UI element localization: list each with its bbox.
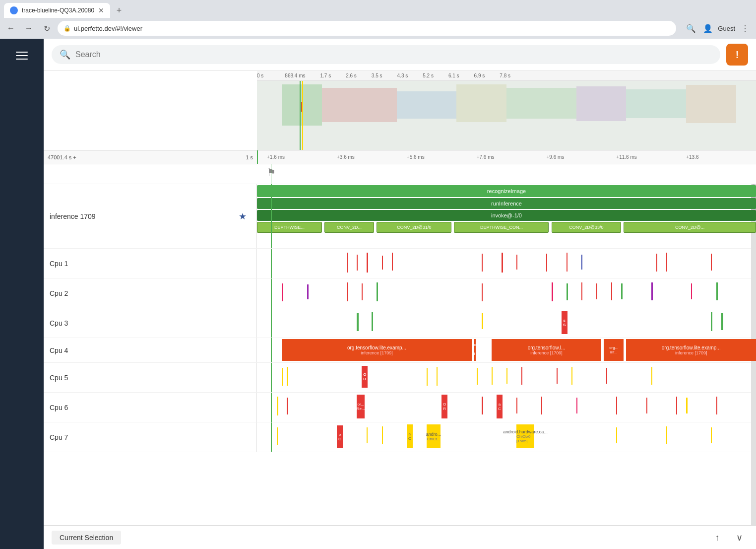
ruler-tick-0: +1.6 ms — [267, 154, 285, 160]
bottom-actions: ↑ ∨ — [708, 529, 748, 547]
cpu2-bar-10 — [596, 283, 597, 299]
cpu1-bar-14 — [711, 254, 712, 271]
cpu2-bar-13 — [651, 282, 653, 300]
ruler-tick-4: +9.6 ms — [546, 154, 564, 160]
span-conv2d-31[interactable]: CONV_2D@31/0 — [377, 222, 451, 233]
cpu4-tf-span-1[interactable]: org.tensorflow.lite.examp... inference [… — [282, 339, 471, 361]
inference-track-content[interactable]: recognizeImage runInference invoke@-1/0 … — [257, 184, 756, 248]
forward-button[interactable]: → — [22, 21, 36, 35]
span-depthwise-con[interactable]: DEPTHWISE_CON... — [454, 222, 549, 233]
track-row-cpu1: Cpu 1 — [44, 249, 756, 278]
zoom-button[interactable]: 🔍 — [684, 21, 698, 35]
cpu2-cursor — [271, 278, 272, 308]
timeline-container: 0 s 868.4 ms 1.7 s 2.6 s 3.5 s 4.3 s 5.2… — [44, 71, 756, 525]
bottom-bar: Current Selection ↑ ∨ — [44, 525, 756, 549]
span-recognizeImage[interactable]: recognizeImage — [257, 185, 756, 197]
cpu7-andro-block[interactable]: andro... ChiCt... — [427, 424, 441, 448]
cpu5-bar-7 — [506, 368, 507, 384]
browser-chrome: trace-blueline-QQ3A.20080 ✕ + ← → ↻ 🔒 ui… — [0, 0, 756, 39]
cpu7-a-block[interactable]: a C — [407, 424, 413, 448]
main-content: 🔍 ! 0 s 868.4 m — [44, 39, 756, 549]
tab-close-button[interactable]: ✕ — [98, 6, 104, 14]
cpu2-bar-1 — [282, 283, 283, 301]
cpu6-bar-7 — [616, 397, 617, 414]
notification-button[interactable]: ! — [726, 44, 748, 66]
minimap-canvas[interactable]: 0 s 868.4 ms 1.7 s 2.6 s 3.5 s 4.3 s 5.2… — [257, 71, 756, 150]
cpu1-bar-7 — [502, 253, 503, 273]
ruler-right-label: 1 s — [246, 154, 253, 160]
time-label-7: 6.1 s — [448, 73, 459, 78]
cpu7-label: Cpu 7 — [44, 422, 257, 452]
span-conv2d-33[interactable]: CONV_2D@33/0 — [552, 222, 622, 233]
cpu4-tf-span-3[interactable]: org.tensorflow.lite.examp... inference [… — [626, 339, 756, 361]
url-bar[interactable]: 🔒 ui.perfetto.dev/#!/viewer — [58, 21, 676, 36]
account-button[interactable]: 👤 — [701, 21, 715, 35]
mini-block-7 — [626, 89, 686, 118]
cpu2-bar-2 — [307, 284, 309, 299]
cpu7-o-block[interactable]: o C — [337, 425, 343, 448]
browser-tab[interactable]: trace-blueline-QQ3A.20080 ✕ — [4, 3, 110, 18]
search-input-wrap[interactable]: 🔍 — [52, 45, 720, 64]
cpu3-cursor — [271, 308, 272, 338]
cpu5-content[interactable]: O R — [257, 363, 756, 392]
tab-title: trace-blueline-QQ3A.20080 — [22, 7, 94, 14]
tracks-area[interactable]: inference 1709 ★ recognizeImage runInfer… — [44, 184, 756, 525]
cpu4-tf-span-2[interactable]: org.tensorflow.l... inference [1709] — [492, 339, 601, 361]
current-selection-button[interactable]: Current Selection — [52, 531, 121, 545]
notification-icon: ! — [736, 49, 739, 61]
cpu4-tf-small-2[interactable]: org... inf... — [604, 339, 624, 361]
scroll-down-button[interactable]: ∨ — [730, 529, 748, 547]
cpu6-or-block[interactable]: or... Re... — [357, 395, 365, 418]
span-runInference[interactable]: runInference — [257, 198, 756, 209]
cpu1-bar-1 — [347, 253, 348, 273]
cpu7-content[interactable]: o C a C andro... ChiCt... — [257, 422, 756, 452]
cpu7-bar-6 — [711, 427, 712, 443]
track-row-cpu6: Cpu 6 or... Re... O R — [44, 393, 756, 422]
cpu6-content[interactable]: or... Re... O R a C — [257, 393, 756, 422]
cpu7-android-hw-block[interactable]: android.hardware.ca... ChiCtx0 [1565] — [516, 424, 534, 448]
search-input[interactable] — [75, 50, 712, 59]
span-conv2d-end[interactable]: CONV_2D@... — [624, 222, 756, 233]
ruler-tick-2: +5.6 ms — [407, 154, 425, 160]
cpu6-o-block[interactable]: O R — [441, 395, 447, 418]
span-depthwise-1[interactable]: DEPTHWISE... — [257, 222, 322, 233]
cpu5-bar-6 — [492, 367, 493, 385]
cpu5-bar-8 — [521, 367, 522, 385]
flag-area: ⚑ — [44, 164, 756, 184]
cpu1-content[interactable] — [257, 249, 756, 278]
flag-track: ⚑ — [257, 164, 756, 184]
ruler-tick-3: +7.6 ms — [477, 154, 495, 160]
back-button[interactable]: ← — [4, 21, 18, 35]
ruler-tick-1: +3.6 ms — [337, 154, 355, 160]
ruler-left-label: 47001.4 s + — [48, 154, 76, 160]
cpu3-content[interactable]: s S — [257, 308, 756, 338]
mini-block-8 — [686, 85, 736, 123]
cpu2-content[interactable] — [257, 278, 756, 308]
minimap-cursor-yellow — [302, 81, 303, 150]
cpu4-tf-small[interactable]: o i — [474, 339, 476, 361]
cpu1-bar-6 — [482, 254, 483, 272]
span-conv2d-1[interactable]: CONV_2D... — [324, 222, 375, 233]
scroll-top-button[interactable]: ↑ — [708, 529, 726, 547]
cpu4-content[interactable]: org.tensorflow.lite.examp... inference [… — [257, 338, 756, 362]
refresh-button[interactable]: ↻ — [40, 21, 54, 35]
overview-panel: 0 s 868.4 ms 1.7 s 2.6 s 3.5 s 4.3 s 5.2… — [44, 71, 756, 150]
cpu5-bar-1 — [282, 368, 283, 386]
cpu1-bar-3 — [367, 253, 368, 273]
cpu1-bar-12 — [656, 254, 657, 272]
cpu2-bar-12 — [621, 283, 623, 299]
time-ruler: 47001.4 s + 1 s +1.6 ms +3.6 ms +5.6 ms — [44, 150, 756, 164]
cpu6-a-block[interactable]: a C — [497, 395, 503, 418]
cpu5-or-block[interactable]: O R — [362, 366, 368, 388]
mini-block-2 — [322, 88, 397, 123]
overview-label-col — [44, 71, 257, 150]
cpu1-bar-2 — [357, 255, 358, 271]
tab-favicon — [10, 6, 18, 14]
menu-button[interactable]: ⋮ — [738, 21, 752, 35]
cpu6-bar-10 — [686, 398, 688, 413]
span-invoke[interactable]: invoke@-1/0 — [257, 210, 756, 221]
time-label-2: 1.7 s — [320, 73, 331, 78]
cpu6-cursor — [271, 393, 272, 422]
new-tab-button[interactable]: + — [112, 3, 126, 17]
hamburger-menu-button[interactable] — [10, 44, 34, 68]
